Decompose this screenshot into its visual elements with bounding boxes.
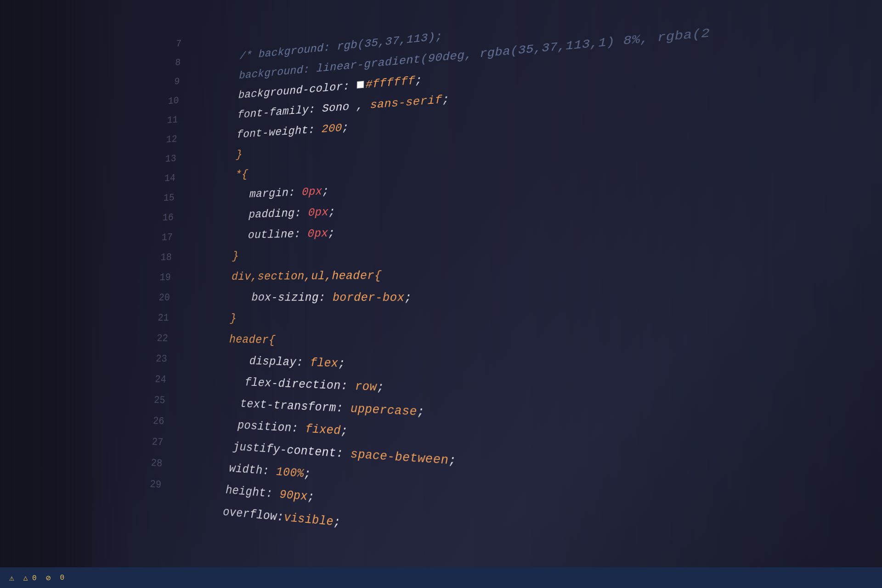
line-number-22: 22 [150,328,179,349]
token-prop-19: box-sizing: [251,291,333,305]
token-val-24: uppercase [351,402,417,419]
token-prop-16: outline: [248,227,308,242]
token-val-10b: sans-serif [370,93,442,112]
line-number-15: 15 [157,187,186,208]
token-prop-29: overflow: [223,505,284,525]
token-val-19: border-box [333,291,405,305]
line-number-18: 18 [154,247,183,268]
token-val-11: 200 [322,122,342,136]
token-prop-11: font-weight: [237,123,322,141]
left-gutter [0,0,92,588]
warning-icon: ⚠ [9,573,14,583]
line-number-16: 16 [156,207,185,228]
token-semi-11: ; [342,121,349,134]
status-bar: ⚠ △ 0 ⊘ 0 [0,567,882,588]
token-semi-29: ; [334,515,341,530]
line-number-21: 21 [151,308,180,328]
line-number-9: 9 [162,71,191,93]
line-number-28: 28 [144,452,174,475]
line-number-13: 13 [158,148,187,170]
line-number-20: 20 [152,288,181,308]
code-panel: 7 /* background: rgb(35,37,113); 8 backg… [131,0,882,588]
warning-count: △ 0 [23,573,37,582]
line-number-12: 12 [159,129,188,150]
editor-container: 7 /* background: rgb(35,37,113); 8 backg… [0,0,882,588]
line-number-17: 17 [155,227,184,248]
line-number-25: 25 [147,390,176,412]
line-number-10: 10 [161,90,190,112]
line-number-24: 24 [148,369,177,390]
line-number-27: 27 [145,431,175,454]
color-swatch-white [356,80,364,88]
token-semi-10: ; [442,93,450,107]
token-val-26: space-between [351,447,449,467]
token-val-16: 0px [307,227,328,240]
line-number-29: 29 [143,473,173,497]
line-number-11: 11 [160,109,189,130]
error-icon: ⊘ [46,573,51,583]
line-number-8: 8 [163,52,191,74]
token-sep-10: , [349,99,370,113]
token-semi-26: ; [448,453,456,468]
error-count: 0 [60,574,65,582]
token-semi-16: ; [328,226,335,240]
line-number-23: 23 [149,348,178,370]
line-content-29: overflow:visible; [170,475,342,558]
token-val-29: visible [284,510,334,529]
token-semi-19: ; [405,291,413,305]
line-number-19: 19 [153,267,182,288]
line-number-7: 7 [164,33,192,55]
line-number-26: 26 [146,410,175,433]
line-number-14: 14 [158,168,186,189]
token-semi-24: ; [417,405,425,419]
